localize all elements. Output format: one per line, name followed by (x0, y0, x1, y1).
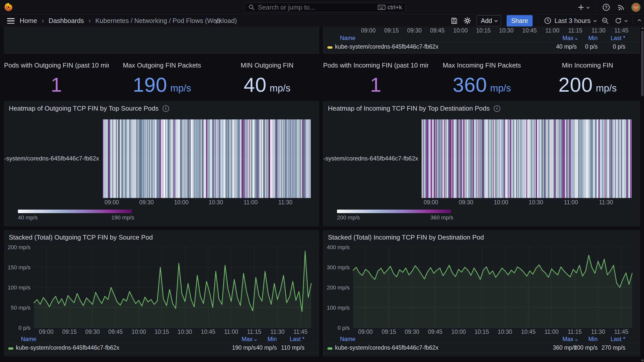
series-last: 0 p/s (585, 43, 625, 50)
svg-text:10:15: 10:15 (155, 328, 169, 335)
series-last: 270 mp/s (585, 344, 625, 351)
top-nav-bar: ctrl+k ? (0, 0, 644, 15)
page-scrollbar[interactable] (641, 27, 643, 362)
legend-name-header[interactable]: Name (340, 336, 355, 343)
news-button[interactable] (617, 3, 625, 11)
legend-divider (323, 353, 640, 353)
svg-text:09:30: 09:30 (405, 328, 419, 335)
scroll-down-icon[interactable] (641, 360, 644, 361)
series-swatch (327, 46, 332, 49)
dashboard-canvas: 09:0009:1509:3009:4510:0010:1510:3010:45… (0, 27, 644, 362)
svg-text:10:30: 10:30 (529, 199, 543, 206)
stat-panel-pods-outgoing-fin: Pods with Outgoing FIN (past 10 minutes)… (4, 56, 109, 101)
zoom-out-button[interactable] (601, 17, 609, 24)
global-search[interactable]: ctrl+k (244, 3, 406, 12)
favorite-star-icon[interactable]: ☆ (214, 16, 222, 26)
info-icon[interactable]: i (163, 105, 169, 112)
info-icon[interactable]: i (494, 105, 500, 112)
time-axis-tick: 11:45 (614, 27, 628, 34)
scrollbar-thumb[interactable] (641, 31, 643, 96)
help-button[interactable]: ? (602, 3, 610, 11)
legend-header: Name Max Min Last * (323, 336, 640, 343)
stat-title: Pods with Outgoing FIN (past 10 minutes) (4, 61, 109, 69)
legend-last-header[interactable]: Last * (264, 336, 304, 343)
legend-name-header[interactable]: Name (340, 35, 355, 42)
panel-fragment-right: 09:0009:1509:3009:4510:0010:1510:3010:45… (323, 27, 640, 54)
breadcrumb-separator: › (42, 17, 44, 25)
stat-value: 40mp/s (215, 71, 319, 99)
svg-text:11:00: 11:00 (564, 199, 578, 206)
svg-text:0 p/s: 0 p/s (338, 325, 350, 331)
user-avatar[interactable] (631, 3, 640, 12)
legend-row: kube-system/coredns-645fb446c7-fb62x 40 … (323, 43, 640, 52)
search-icon (248, 4, 255, 11)
save-dashboard-button[interactable] (450, 17, 458, 24)
svg-text:09:30: 09:30 (139, 199, 154, 206)
add-button[interactable]: Add (477, 15, 501, 26)
legend-name-header[interactable]: Name (21, 336, 36, 343)
grafana-logo-icon[interactable] (4, 3, 13, 12)
breadcrumb-dashboards[interactable]: Dashboards (49, 17, 84, 25)
breadcrumb-home[interactable]: Home (20, 17, 37, 25)
scroll-up-icon[interactable] (641, 27, 644, 29)
panel-fragment-left (4, 27, 319, 54)
heatmap-chart[interactable]: 09:0009:3010:0010:3011:0011:30 (4, 117, 319, 207)
color-scale-min: 40 mp/s (18, 214, 38, 221)
gear-icon (464, 17, 471, 24)
color-scale-max: 360 mp/s (431, 214, 453, 221)
time-axis-tick: 10:00 (453, 27, 468, 34)
stat-panel-max-outgoing-fin: Max Outgoing FIN Packets 190mp/s (110, 56, 214, 101)
svg-text:11:30: 11:30 (278, 199, 292, 206)
menu-toggle-icon[interactable] (7, 18, 15, 24)
svg-text:11:15: 11:15 (247, 328, 261, 335)
share-button[interactable]: Share (507, 15, 533, 26)
svg-text:10:00: 10:00 (174, 199, 189, 206)
collapse-toolbar-button[interactable] (638, 20, 640, 22)
legend-divider (4, 353, 319, 353)
new-button[interactable] (577, 4, 589, 11)
svg-text:10:15: 10:15 (475, 328, 489, 335)
svg-text:09:00: 09:00 (358, 328, 373, 335)
time-axis-tick: 11:30 (591, 27, 605, 34)
refresh-button[interactable] (615, 17, 627, 24)
help-icon: ? (602, 3, 610, 11)
series-swatch (327, 347, 332, 350)
panel-title: Stacked (Total) Outgoing TCP FIN by Sour… (9, 234, 153, 241)
svg-text:11:45: 11:45 (293, 328, 308, 335)
series-name[interactable]: kube-system/coredns-645fb446c7-fb62x (335, 43, 438, 50)
stat-title: Min Incoming FIN (535, 61, 640, 69)
color-scale-max: 190 mp/s (111, 214, 134, 221)
line-chart[interactable]: 0 p/s50 mp/s100 mp/s150 mp/s200 mp/s09:0… (4, 245, 319, 336)
time-axis-tick: 09:15 (384, 27, 399, 34)
svg-text:11:00: 11:00 (243, 199, 258, 206)
time-axis-tick: 10:45 (522, 27, 537, 34)
series-name[interactable]: kube-system/coredns-645fb446c7-fb62x (335, 344, 438, 351)
legend-last-header[interactable]: Last * (585, 35, 625, 42)
legend-header: Name Max Min Last * (4, 336, 319, 343)
legend-last-header[interactable]: Last * (585, 336, 625, 343)
chevron-down-icon (625, 19, 628, 22)
svg-text:09:00: 09:00 (105, 199, 119, 206)
time-axis-tick: 09:45 (430, 27, 445, 34)
search-input[interactable] (258, 4, 378, 11)
panel-title-text: Heatmap of Incoming TCP FIN by Top Desti… (328, 105, 490, 112)
stat-value: 200mp/s (535, 71, 640, 99)
dashboard-settings-button[interactable] (464, 17, 471, 24)
svg-text:10:30: 10:30 (498, 328, 512, 335)
series-name[interactable]: kube-system/coredns-645fb446c7-fb62x (16, 344, 119, 351)
time-range-picker[interactable]: Last 3 hours (544, 17, 596, 25)
svg-text:?: ? (605, 5, 607, 10)
svg-text:09:45: 09:45 (428, 328, 443, 335)
panel-incoming-timeseries: Stacked (Total) Incoming TCP FIN by Dest… (323, 230, 640, 356)
stat-panel-pods-incoming-fin: Pods with Incoming FIN (past 10 minutes)… (323, 56, 428, 101)
heatmap-chart[interactable]: 09:0009:3010:0010:3011:0011:30 (323, 117, 640, 207)
line-chart[interactable]: 0 p/s100 mp/s200 mp/s300 mp/s400 mp/s09:… (323, 245, 640, 336)
stat-panel-min-outgoing-fin: MIN Outgoing FIN 40mp/s (215, 56, 319, 101)
time-axis-tick: 10:15 (476, 27, 491, 34)
series-swatch (8, 347, 13, 350)
time-axis-tick: 10:30 (499, 27, 514, 34)
stat-title: Pods with Incoming FIN (past 10 minutes) (323, 61, 428, 69)
time-axis-tick: 09:00 (361, 27, 376, 34)
svg-text:11:00: 11:00 (224, 328, 238, 335)
keyboard-icon (378, 5, 385, 10)
